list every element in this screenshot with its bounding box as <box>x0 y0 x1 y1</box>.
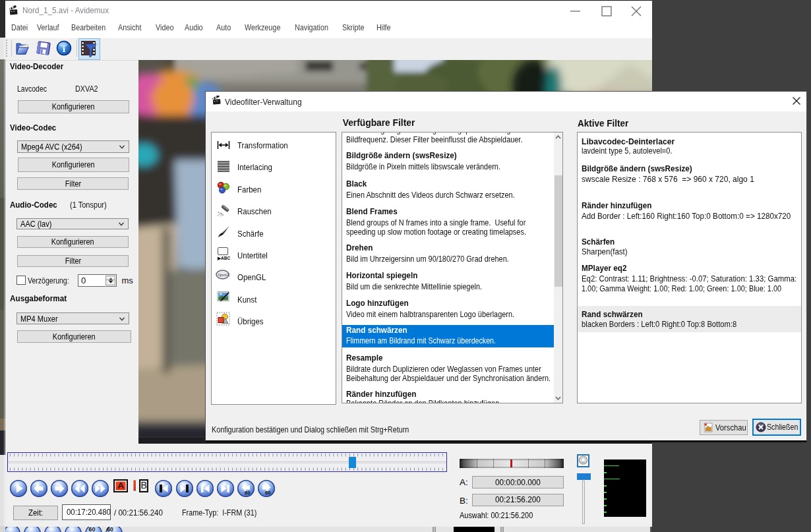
svg-text:OpenGL: OpenGL <box>218 273 230 277</box>
svg-text:i: i <box>63 44 65 54</box>
svg-text:60: 60 <box>265 490 270 496</box>
svg-text:60: 60 <box>245 490 250 496</box>
svg-text:▶ABC: ▶ABC <box>217 256 230 261</box>
